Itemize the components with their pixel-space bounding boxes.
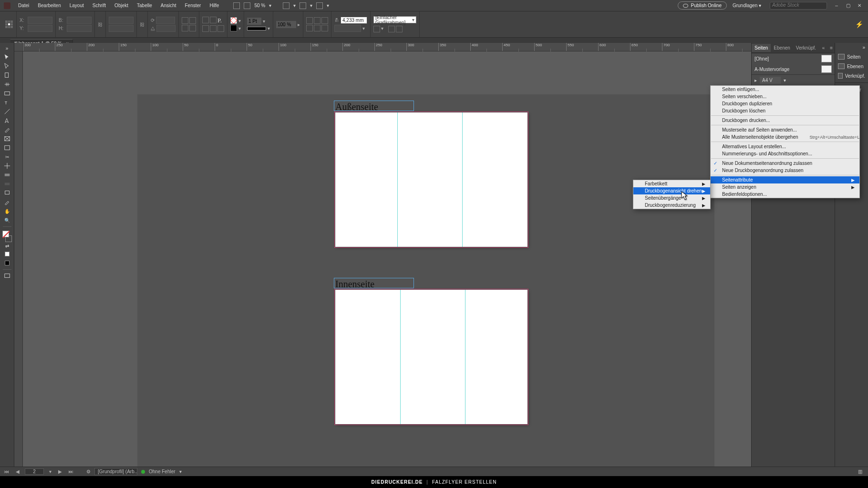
menu-layout[interactable]: Layout <box>66 1 88 10</box>
preflight-errors[interactable]: Ohne Fehler <box>149 469 176 474</box>
drop-shadow-icon[interactable] <box>306 25 313 31</box>
zoom-tool[interactable]: 🔍 <box>1 216 13 224</box>
ctx-main-item-18[interactable]: Bedienfeldoptionen... <box>711 191 859 198</box>
menu-file[interactable]: Datei <box>14 1 33 10</box>
dd3[interactable]: ▾ <box>327 3 329 8</box>
stroke-weight-field[interactable] <box>247 18 261 25</box>
context-submenu-page-attributes[interactable]: Farbetikett▶Druckbogenansicht drehen▶Sei… <box>633 180 711 209</box>
zoom-dropdown-icon[interactable]: ▾ <box>269 3 271 8</box>
ctx-main-item-7[interactable]: Musterseite auf Seiten anwenden... <box>711 126 859 133</box>
stroke-style-preview[interactable] <box>247 27 266 30</box>
screen-mode-toggle-icon[interactable] <box>1 272 13 280</box>
constrain-scale-icon[interactable]: ⛓ <box>140 22 145 27</box>
co-dd[interactable]: ▾ <box>381 26 383 32</box>
corner-options-icon[interactable] <box>373 26 380 32</box>
close-icon[interactable]: ✕ <box>855 2 864 9</box>
ctx-main-item-14[interactable]: ✓Neue Druckbogenanordnung zulassen <box>711 167 859 174</box>
bridge-icon[interactable] <box>233 2 240 9</box>
menu-view[interactable]: Ansicht <box>157 1 180 10</box>
select-prev-icon[interactable] <box>210 17 217 23</box>
stroke-dd[interactable]: ▾ <box>238 26 241 31</box>
ctx-main-item-0[interactable]: Seiten einfügen... <box>711 86 859 93</box>
menu-type[interactable]: Schrift <box>89 1 110 10</box>
ctx-sub-item-1[interactable]: Druckbogenansicht drehen▶ <box>633 187 710 194</box>
direct-selection-tool[interactable] <box>1 62 13 71</box>
gradient-swatch-tool[interactable] <box>1 171 13 179</box>
gap-tool[interactable] <box>1 80 13 89</box>
fit-content-icon[interactable] <box>388 26 395 32</box>
dock-links[interactable]: Verknüpf. <box>835 71 868 81</box>
apply-color-icon[interactable] <box>1 259 13 267</box>
minimize-icon[interactable]: – <box>832 2 841 9</box>
spread-outer[interactable] <box>335 112 527 247</box>
last-page-icon[interactable]: ⏭ <box>67 469 75 474</box>
pasteboard[interactable]: Außenseite Innenseite <box>23 51 751 473</box>
stroke-swatch-icon[interactable] <box>230 25 237 31</box>
master-a-row[interactable]: A-Mustervorlage <box>752 64 835 74</box>
content-collector-tool[interactable] <box>1 89 13 98</box>
rectangle-tool[interactable] <box>1 143 13 152</box>
p-icon[interactable]: P. <box>217 17 222 24</box>
expand-dock-icon[interactable]: » <box>835 43 868 52</box>
wrap-around-icon[interactable] <box>321 17 328 24</box>
constrain-wh-icon[interactable]: ⛓ <box>98 22 103 27</box>
maximize-icon[interactable]: ▢ <box>843 2 853 9</box>
page-number-field[interactable]: 2 <box>25 468 44 475</box>
shear-field[interactable] <box>156 25 176 32</box>
line-tool[interactable] <box>1 107 13 116</box>
type-tool[interactable]: T <box>1 98 13 107</box>
canvas[interactable]: 3002502001501005005010015020025030035040… <box>14 43 751 473</box>
gap-dd[interactable]: ▾ <box>362 26 365 31</box>
tab-pages[interactable]: Seiten <box>752 44 771 52</box>
pencil-tool[interactable] <box>1 125 13 134</box>
page-dd-icon[interactable]: ▾ <box>48 469 53 474</box>
swap-fill-stroke-icon[interactable]: ⇄ <box>1 243 13 249</box>
ctx-main-item-5[interactable]: Druckbogen drucken... <box>711 117 859 124</box>
publish-online-button[interactable]: Publish Online <box>678 1 726 10</box>
ctx-sub-item-0[interactable]: Farbetikett▶ <box>633 180 710 187</box>
eyedropper-tool[interactable] <box>1 198 13 206</box>
preflight-dd[interactable]: ▾ <box>179 469 182 474</box>
rotate-cw-icon[interactable] <box>189 17 196 24</box>
ruler-origin[interactable] <box>14 43 23 51</box>
pen-tool[interactable] <box>1 116 13 125</box>
wrap-jump-icon[interactable] <box>321 25 328 31</box>
fit-frame-icon[interactable] <box>396 26 403 32</box>
menu-table[interactable]: Tabelle <box>133 1 156 10</box>
ctx-main-item-13[interactable]: ✓Neue Dokumentseitenanordnung zulassen <box>711 160 859 167</box>
rotate-ccw-icon[interactable] <box>182 17 188 24</box>
menu-object[interactable]: Objekt <box>111 1 132 10</box>
op-dd[interactable]: ▸ <box>298 22 300 27</box>
stock-icon[interactable] <box>244 2 250 9</box>
select-next-icon[interactable] <box>210 25 217 32</box>
dock-layers[interactable]: Ebenen <box>835 61 868 71</box>
wrap-shape-icon[interactable] <box>314 25 320 31</box>
screen-mode-icon[interactable] <box>300 2 306 9</box>
opacity-field[interactable] <box>276 21 296 28</box>
dd1[interactable]: ▾ <box>293 3 296 8</box>
menu-window[interactable]: Fenster <box>181 1 205 10</box>
next-page-icon[interactable]: ▶ <box>57 469 63 474</box>
preflight-profile[interactable]: [Grundprofil] (Arb... <box>94 468 137 475</box>
gradient-feather-tool[interactable] <box>1 180 13 188</box>
select-container-icon[interactable] <box>202 17 209 23</box>
hand-tool[interactable]: ✋ <box>1 207 13 215</box>
first-page-icon[interactable]: ⏮ <box>3 469 10 474</box>
ctx-main-item-10[interactable]: Alternatives Layout erstellen... <box>711 143 859 150</box>
w-field[interactable] <box>67 17 92 24</box>
prev-page-icon[interactable]: ◀ <box>14 469 21 474</box>
h-field[interactable] <box>67 25 92 32</box>
preflight-menu-icon[interactable]: ⚙ <box>86 469 91 474</box>
gap-field-2[interactable] <box>334 25 361 32</box>
scale-x-field[interactable] <box>109 17 134 24</box>
scale-y-field[interactable] <box>109 25 134 32</box>
effects-icon[interactable] <box>306 17 313 24</box>
context-menu-pages[interactable]: Seiten einfügen...Seiten verschieben...D… <box>710 85 860 198</box>
gap-field[interactable] <box>341 17 367 24</box>
zoom-level[interactable]: 50 % <box>254 3 265 8</box>
workspace-switcher[interactable]: Grundlagen ▾ <box>733 3 761 8</box>
menu-edit[interactable]: Bearbeiten <box>34 1 64 10</box>
status-right-icon[interactable]: ▥ <box>858 469 862 474</box>
flash-icon[interactable]: ⚡ <box>855 20 863 28</box>
ctx-main-item-11[interactable]: Nummerierungs- und Abschnittsoptionen... <box>711 150 859 157</box>
